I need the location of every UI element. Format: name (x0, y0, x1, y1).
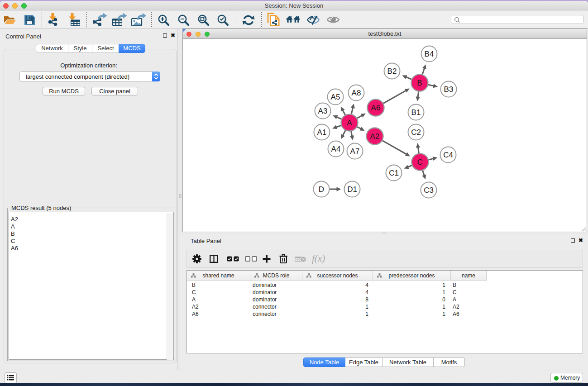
svg-text:B3: B3 (444, 85, 454, 94)
svg-text:C4: C4 (443, 151, 453, 159)
svg-text:A4: A4 (331, 145, 341, 153)
svg-text:A: A (347, 119, 352, 127)
svg-text:A3: A3 (318, 107, 328, 115)
svg-text:A8: A8 (352, 89, 361, 97)
svg-text:C: C (417, 158, 423, 167)
svg-text:A7: A7 (350, 147, 360, 156)
svg-text:C1: C1 (389, 169, 399, 177)
svg-text:A1: A1 (317, 128, 327, 137)
svg-text:B2: B2 (387, 67, 397, 76)
svg-text:C2: C2 (411, 128, 421, 137)
svg-text:B1: B1 (411, 108, 421, 117)
svg-text:A6: A6 (371, 104, 381, 112)
svg-text:D1: D1 (347, 185, 357, 194)
svg-text:A2: A2 (370, 132, 380, 141)
svg-text:C3: C3 (424, 186, 434, 195)
svg-text:A5: A5 (331, 93, 340, 101)
svg-text:B: B (417, 79, 422, 87)
svg-text:D: D (319, 185, 324, 194)
svg-text:B4: B4 (425, 50, 434, 58)
